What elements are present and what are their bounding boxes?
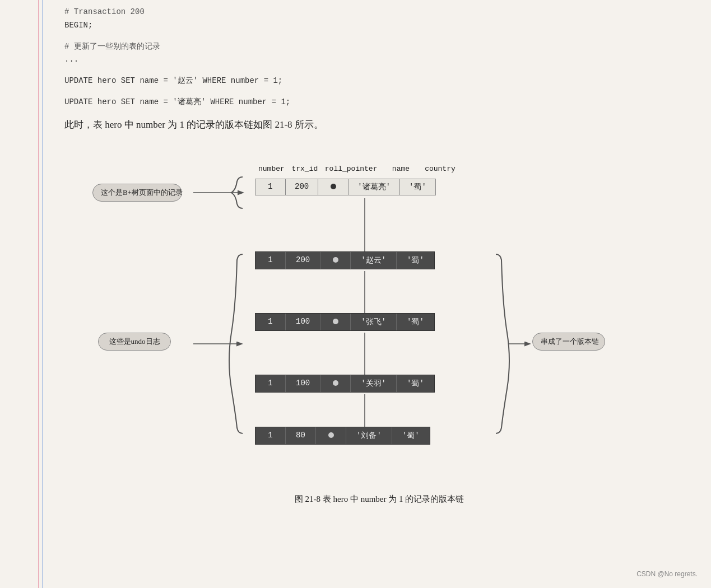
col-country: country xyxy=(421,165,459,173)
undo3-cell-rollptr xyxy=(320,375,351,392)
undo-record-4: 1 80 '刘备' '蜀' xyxy=(255,427,430,445)
undo1-cell-name: '赵云' xyxy=(351,252,397,269)
undo2-cell-name: '张飞' xyxy=(351,314,397,330)
figure-caption: 图 21-8 表 hero 中 number 为 1 的记录的版本链 xyxy=(64,494,694,505)
undo3-cell-trxid: 100 xyxy=(286,375,320,392)
description-text: 此时，表 hero 中 number 为 1 的记录的版本链如图 21-8 所示… xyxy=(64,117,694,132)
undo4-cell-country: '蜀' xyxy=(392,427,430,444)
undo4-cell-trxid: 80 xyxy=(286,427,316,444)
undo-record-1: 1 200 '赵云' '蜀' xyxy=(255,251,435,269)
undo3-cell-country: '蜀' xyxy=(397,375,434,392)
code-line-7: UPDATE hero SET name = '赵云' WHERE number… xyxy=(64,74,694,88)
main-content: # Transaction 200 BEGIN; # 更新了一些别的表的记录 .… xyxy=(17,6,694,505)
undo2-cell-trxid: 100 xyxy=(286,314,320,330)
btree-label-bubble: 这个是B+树页面中的记录 xyxy=(92,184,182,202)
col-roll-pointer: roll_pointer xyxy=(322,165,381,173)
code-spacer-3 xyxy=(64,88,694,96)
code-spacer-2 xyxy=(64,67,694,74)
undo2-cell-number: 1 xyxy=(255,314,286,330)
btree-record: 1 200 '诸葛亮' '蜀' xyxy=(255,179,436,195)
code-line-1: # Transaction 200 xyxy=(64,6,694,19)
code-line-9: UPDATE hero SET name = '诸葛亮' WHERE numbe… xyxy=(64,96,694,109)
undo1-cell-trxid: 200 xyxy=(286,252,320,269)
code-block: # Transaction 200 BEGIN; # 更新了一些别的表的记录 .… xyxy=(64,6,694,109)
code-line-5: ... xyxy=(64,53,694,67)
btree-cell-trxid: 200 xyxy=(286,179,318,195)
undo4-cell-rollptr xyxy=(316,427,346,444)
undo-record-2: 1 100 '张飞' '蜀' xyxy=(255,313,435,331)
chain-label-bubble: 串成了一个版本链 xyxy=(532,333,605,351)
undo3-cell-number: 1 xyxy=(255,375,286,392)
diagram-area: number trx_id roll_pointer name country … xyxy=(64,142,681,489)
col-number: number xyxy=(255,165,288,173)
btree-cell-rollptr xyxy=(318,179,348,195)
btree-cell-country: '蜀' xyxy=(400,179,435,195)
col-trx-id: trx_id xyxy=(288,165,322,173)
code-line-2: BEGIN; xyxy=(64,19,694,32)
undo3-cell-name: '关羽' xyxy=(351,375,397,392)
col-name: name xyxy=(380,165,421,173)
undo2-cell-rollptr xyxy=(320,314,351,330)
undo4-cell-number: 1 xyxy=(255,427,286,444)
undo2-cell-country: '蜀' xyxy=(397,314,434,330)
undo4-cell-name: '刘备' xyxy=(346,427,392,444)
undo1-cell-number: 1 xyxy=(255,252,286,269)
code-line-4: # 更新了一些别的表的记录 xyxy=(64,40,694,54)
watermark: CSDN @No regrets. xyxy=(636,570,698,578)
undo-record-3: 1 100 '关羽' '蜀' xyxy=(255,375,435,393)
undo1-cell-country: '蜀' xyxy=(397,252,434,269)
undo1-cell-rollptr xyxy=(320,252,351,269)
undo-label-bubble: 这些是undo日志 xyxy=(98,333,171,351)
btree-cell-number: 1 xyxy=(255,179,286,195)
page: # Transaction 200 BEGIN; # 更新了一些别的表的记录 .… xyxy=(0,0,711,588)
code-spacer-1 xyxy=(64,32,694,40)
table-header: number trx_id roll_pointer name country xyxy=(255,165,459,173)
btree-cell-name: '诸葛亮' xyxy=(348,179,400,195)
